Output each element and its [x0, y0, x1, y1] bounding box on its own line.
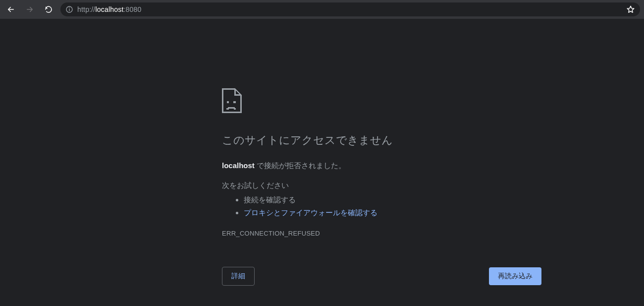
page-content: このサイトにアクセスできません localhost で接続が拒否されました。 次…	[0, 19, 644, 306]
error-code: ERR_CONNECTION_REFUSED	[222, 230, 541, 237]
forward-button[interactable]	[23, 2, 37, 16]
site-info-icon[interactable]	[65, 5, 73, 13]
try-label: 次をお試しください	[222, 181, 541, 190]
details-button[interactable]: 詳細	[222, 267, 255, 286]
sad-file-icon	[222, 88, 242, 113]
button-row: 詳細 再読み込み	[222, 267, 541, 286]
svg-rect-7	[234, 108, 236, 110]
arrow-right-icon	[25, 5, 34, 14]
svg-rect-2	[69, 7, 69, 8]
try-list: 接続を確認する プロキシとファイアウォールを確認する	[222, 193, 541, 219]
proxy-firewall-link[interactable]: プロキシとファイアウォールを確認する	[244, 208, 377, 217]
error-message-rest: で接続が拒否されました。	[255, 161, 346, 170]
try-item-proxy-firewall: プロキシとファイアウォールを確認する	[244, 206, 541, 219]
svg-rect-1	[69, 9, 69, 11]
svg-rect-6	[226, 108, 228, 110]
svg-rect-5	[228, 107, 234, 109]
svg-rect-4	[233, 101, 235, 103]
reload-icon	[44, 5, 53, 14]
back-button[interactable]	[4, 2, 18, 16]
arrow-left-icon	[6, 5, 15, 14]
svg-rect-3	[227, 101, 229, 103]
error-title: このサイトにアクセスできません	[222, 133, 541, 148]
reload-button[interactable]	[42, 2, 55, 16]
error-host: localhost	[222, 161, 255, 170]
try-item-check-connection: 接続を確認する	[244, 193, 541, 206]
bookmark-star-icon[interactable]	[626, 5, 635, 14]
address-bar[interactable]: http://localhost:8080	[60, 2, 640, 16]
error-message: localhost で接続が拒否されました。	[222, 160, 541, 172]
reload-page-button[interactable]: 再読み込み	[489, 267, 541, 285]
browser-toolbar: http://localhost:8080	[0, 0, 644, 19]
url-text: http://localhost:8080	[77, 5, 622, 13]
error-container: このサイトにアクセスできません localhost で接続が拒否されました。 次…	[222, 88, 541, 286]
